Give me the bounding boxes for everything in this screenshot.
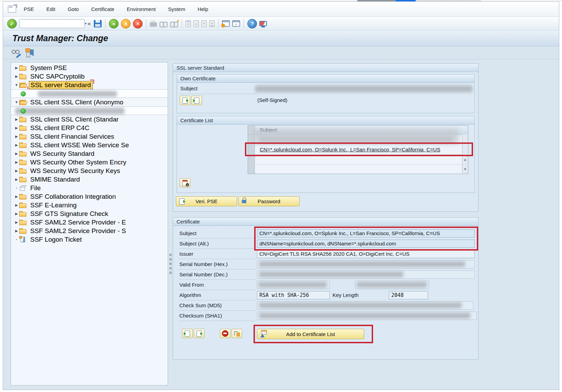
tree-item[interactable]: ▶ SSL client WSSE Web Service Se	[11, 141, 168, 149]
tree-expander-icon[interactable]: ▶	[14, 203, 19, 207]
block-certificate-button[interactable]	[220, 329, 231, 338]
tree-expander-icon[interactable]: ▶	[14, 135, 19, 138]
gui-options-button[interactable]	[259, 21, 267, 26]
tree-expander-icon[interactable]: ▶	[14, 126, 19, 130]
tree-expander-icon[interactable]: ▶	[14, 195, 19, 198]
table-row-splunkcloud[interactable]: CN=*.splunkcloud.com, O=Splunk Inc., L=S…	[248, 145, 468, 155]
own-cert-import-button[interactable]	[191, 96, 202, 105]
cancel-button[interactable]: ×	[133, 19, 143, 28]
tree-item[interactable]: ▶ SSF E-Learning	[11, 201, 168, 209]
issuer-field[interactable]: CN=DigiCert TLS RSA SHA256 2020 CA1, O=D…	[257, 250, 475, 258]
tree-expander-icon[interactable]: ▶	[14, 152, 19, 155]
chevron-down-icon[interactable]: ▼	[84, 22, 87, 25]
splitter-handle[interactable]	[169, 272, 172, 274]
collapse-toolbar-icon[interactable]: «	[88, 20, 91, 27]
tree-expander-icon[interactable]: ▼	[14, 83, 19, 87]
tree-item[interactable]: ▶ SSF Collaboration Integration	[11, 192, 168, 201]
subject-field[interactable]: CN=*.splunkcloud.com, O=Splunk Inc., L=S…	[257, 229, 475, 238]
tree-expander-icon[interactable]: ▶	[14, 74, 19, 78]
table-row-empty[interactable]	[248, 165, 468, 174]
certificate-response-icon	[234, 331, 240, 336]
back-button[interactable]: «	[109, 19, 119, 28]
tree-item[interactable]	[11, 106, 168, 115]
create-shortcut-button[interactable]: ↗	[232, 20, 240, 27]
tree-item[interactable]: ▼ SSL client SSL Client (Anonymo	[11, 98, 168, 106]
tree-item[interactable]	[11, 89, 168, 98]
certificate-import-icon	[185, 331, 190, 337]
reread-button[interactable]	[25, 48, 34, 57]
subject-alt-field[interactable]: dNSName=splunkcloud.com, dNSName=*.splun…	[257, 240, 475, 248]
tree-item[interactable]: ▶ SSL client ERP C4C	[11, 124, 168, 132]
menu-item[interactable]: Environment	[127, 6, 156, 12]
add-to-certificate-list-button[interactable]: Add to Certificate List	[257, 329, 364, 339]
display-change-toggle-button[interactable]	[12, 49, 21, 57]
first-page-icon: ▲	[186, 20, 191, 27]
menu-item[interactable]: Edit	[46, 6, 55, 12]
tree-item[interactable]: ▶ SSL client Financial Services	[11, 132, 168, 141]
key-length-field[interactable]: 2048	[389, 291, 428, 299]
own-cert-export-button[interactable]	[180, 96, 190, 105]
veri-pse-button[interactable]: Veri. PSE	[176, 196, 237, 206]
tree-item[interactable]: ▶ SSF SAML2 Service Provider - S	[11, 227, 168, 235]
tree-item[interactable]: • File	[11, 184, 168, 192]
algorithm-field[interactable]: RSA with SHA-256	[257, 291, 330, 299]
row-selector[interactable]	[248, 165, 255, 174]
tree-expander-icon[interactable]: ▶	[14, 229, 19, 233]
import-certificate-button[interactable]	[182, 329, 193, 338]
stop-hand-icon	[222, 330, 228, 337]
tree-item[interactable]: ▶ SMIME Standard	[11, 175, 168, 184]
tree-expander-icon[interactable]: ▶	[14, 66, 19, 70]
tree-item[interactable]: ▶ WS Security WS Security Keys	[11, 166, 168, 175]
system-menu-icon[interactable]	[8, 5, 16, 13]
save-button[interactable]	[94, 20, 102, 27]
tree-expander-icon[interactable]: ▶	[14, 212, 19, 216]
splitter-handle[interactable]	[169, 263, 172, 265]
tree-item[interactable]: • SSF Logon Ticket	[11, 235, 168, 244]
menu-item[interactable]: System	[168, 6, 185, 12]
tree-item[interactable]: ▶ WS Security Standard	[11, 149, 168, 158]
tree-item-icon	[19, 194, 27, 199]
row-selector[interactable]	[248, 145, 255, 154]
menu-item[interactable]: Help	[198, 6, 208, 12]
response-button[interactable]	[232, 329, 242, 338]
tree-expander-icon[interactable]: ▶	[14, 169, 19, 173]
export-certificate-button[interactable]	[194, 329, 204, 338]
tree-expander-icon[interactable]: ▶	[14, 220, 19, 224]
new-session-button[interactable]	[222, 20, 230, 27]
tree-item-label: File	[29, 184, 42, 192]
tree-item[interactable]: ▶ System PSE	[11, 64, 168, 72]
tree-expander-icon[interactable]: ▶	[14, 117, 19, 121]
exit-button[interactable]: ∧	[121, 19, 131, 28]
tree-item[interactable]: ▶ SSF GTS Signature Check	[11, 209, 168, 218]
splitter-handle[interactable]	[169, 254, 172, 256]
delete-certificate-button[interactable]	[180, 178, 190, 187]
tree-expander-icon[interactable]: ▶	[14, 160, 19, 164]
scroll-up-icon[interactable]: ▲	[463, 157, 468, 162]
splitter-handle[interactable]	[169, 258, 172, 261]
help-button[interactable]: ?	[247, 19, 257, 28]
password-button[interactable]: Password	[238, 196, 300, 206]
tree-item[interactable]: ▼ SSL server Standard	[11, 81, 168, 89]
certificate-list-scrollbar[interactable]: ▲ ▼	[462, 135, 468, 174]
tree-expander-icon[interactable]: ▶	[14, 177, 19, 181]
row-selector[interactable]	[248, 155, 255, 164]
command-input[interactable]	[21, 20, 84, 27]
tree-expander-icon[interactable]: ▼	[14, 100, 19, 104]
menu-item[interactable]: Goto	[68, 6, 79, 12]
menu-item[interactable]: Certificate	[91, 6, 114, 12]
tree-item[interactable]: ▶ WS Security Other System Encry	[11, 158, 168, 166]
tree-expander-icon[interactable]: •	[14, 186, 19, 189]
command-field[interactable]: ▼	[19, 19, 85, 28]
tree-item-label: SSF Collaboration Integration	[29, 193, 117, 200]
tree-item[interactable]: ▶ SNC SAPCryptolib	[11, 72, 168, 81]
table-row-empty[interactable]	[248, 155, 468, 165]
menu-item[interactable]: PSE	[24, 6, 34, 12]
splitter-handle[interactable]	[169, 267, 172, 269]
tree-item[interactable]: ▶ SSL client SSL Client (Standar	[11, 115, 168, 124]
enter-button[interactable]: ✓	[7, 19, 17, 28]
tree-expander-icon[interactable]: ▶	[14, 143, 19, 147]
scroll-down-icon[interactable]: ▼	[463, 167, 468, 172]
tree-expander-icon[interactable]: •	[14, 238, 19, 241]
tree-item[interactable]: ▶ SSF SAML2 Service Provider - E	[11, 218, 168, 227]
certificate-list-table: Subject CN=*.splunkcloud.com, O=Splunk I…	[248, 125, 468, 174]
